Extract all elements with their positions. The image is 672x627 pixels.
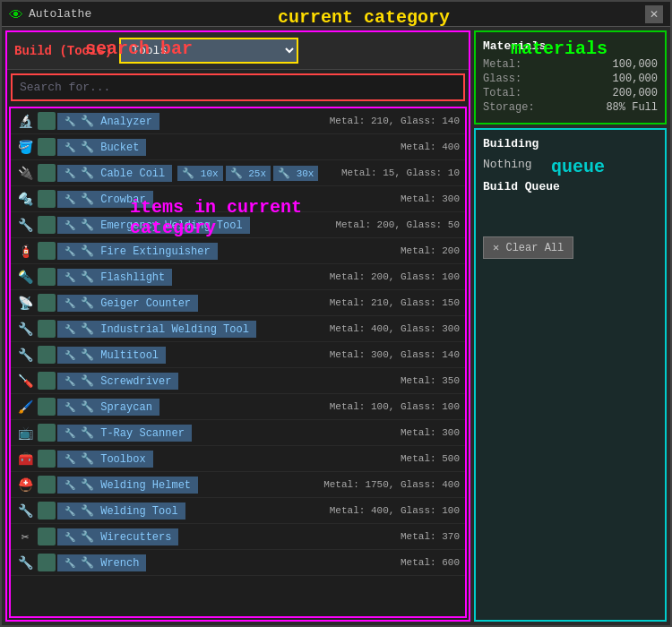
item-cost-tray-scanner: Metal: 300 (401, 427, 460, 438)
item-sprite-multitool (38, 346, 56, 364)
item-cost-multitool: Metal: 300, Glass: 140 (330, 349, 460, 360)
queue-title: Building (483, 137, 658, 150)
item-btn-fire-extinguisher[interactable]: 🔧 Fire Extinguisher (57, 243, 218, 260)
item-btn-geiger-counter[interactable]: 🔧 Geiger Counter (57, 295, 198, 312)
list-item-bucket[interactable]: 🪣🔧 BucketMetal: 400 (11, 134, 465, 160)
build-header: Build (Tools) Tools Weapons Ammo Medical… (7, 32, 469, 70)
item-sprite-bucket (38, 138, 56, 156)
item-btn-multitool[interactable]: 🔧 Multitool (57, 347, 166, 364)
right-panel: Materials Metal:100,000Glass:100,000Tota… (474, 30, 667, 622)
list-item-multitool[interactable]: 🔧🔧 MultitoolMetal: 300, Glass: 140 (11, 342, 465, 368)
app-icon: 👁 (9, 7, 23, 21)
list-item-cable-coil[interactable]: 🔌🔧 Cable Coil🔧 10x🔧 25x🔧 30xMetal: 15, G… (11, 160, 465, 186)
item-cost-bucket: Metal: 400 (401, 142, 460, 152)
item-sprite-wirecutters (38, 528, 56, 545)
list-item-fire-extinguisher[interactable]: 🧯🔧 Fire ExtinguisherMetal: 200 (11, 238, 465, 264)
mat-label: Metal: (483, 58, 521, 71)
item-sprite-tray-scanner (38, 424, 56, 442)
list-item-emergency-welding[interactable]: 🔧🔧 Emergency Welding ToolMetal: 200, Gla… (11, 212, 465, 238)
item-cost-toolbox: Metal: 500 (401, 453, 460, 464)
item-cost-crowbar: Metal: 300 (401, 193, 460, 204)
item-btn-spraycan[interactable]: 🔧 Spraycan (57, 399, 159, 416)
item-btn-welding-helmet[interactable]: 🔧 Welding Helmet (57, 477, 198, 494)
item-btn-tray-scanner[interactable]: 🔧 T-Ray Scanner (57, 425, 192, 442)
item-btn-cable-coil[interactable]: 🔧 Cable Coil (57, 165, 172, 182)
list-item-geiger-counter[interactable]: 📡🔧 Geiger CounterMetal: 210, Glass: 150 (11, 290, 465, 316)
list-item-flashlight[interactable]: 🔦🔧 FlashlightMetal: 200, Glass: 100 (11, 264, 465, 290)
list-item-screwdriver[interactable]: 🪛🔧 ScrewdriverMetal: 350 (11, 368, 465, 394)
item-cost-fire-extinguisher: Metal: 200 (401, 245, 460, 256)
item-icon-cable-coil: 🔌 (16, 164, 34, 182)
item-cost-wrench: Metal: 600 (401, 557, 460, 568)
item-sprite-fire-extinguisher (38, 242, 56, 260)
item-icon-toolbox: 🧰 (16, 450, 34, 468)
item-icon-crowbar: 🔩 (16, 190, 34, 208)
item-icon-wirecutters: ✂️ (16, 528, 34, 545)
item-cost-welding-helmet: Metal: 1750, Glass: 400 (323, 479, 460, 490)
item-sprite-welding-tool (38, 502, 56, 520)
mat-value: 88% Full (606, 101, 658, 114)
mat-value: 100,000 (613, 73, 658, 85)
item-btn-wrench[interactable]: 🔧 Wrench (57, 554, 146, 571)
item-sprite-analyzer (38, 112, 56, 130)
item-cost-wirecutters: Metal: 370 (401, 531, 460, 542)
item-btn-analyzer[interactable]: 🔧 Analyzer (57, 113, 159, 130)
item-icon-flashlight: 🔦 (16, 268, 34, 286)
close-button[interactable]: ✕ (645, 5, 663, 23)
queue-panel: Building Nothing Build Queue ✕ Clear All (474, 128, 667, 622)
item-cost-welding-tool: Metal: 400, Glass: 100 (330, 505, 460, 516)
item-icon-tray-scanner: 📺 (16, 424, 34, 442)
item-btn-toolbox[interactable]: 🔧 Toolbox (57, 451, 153, 468)
list-item-tray-scanner[interactable]: 📺🔧 T-Ray ScannerMetal: 300 (11, 420, 465, 446)
list-item-industrial-welding[interactable]: 🔧🔧 Industrial Welding ToolMetal: 400, Gl… (11, 316, 465, 342)
clear-all-button[interactable]: ✕ Clear All (483, 236, 573, 259)
item-btn-wirecutters[interactable]: 🔧 Wirecutters (57, 528, 178, 545)
item-cost-emergency-welding: Metal: 200, Glass: 50 (335, 219, 460, 230)
materials-panel: Materials Metal:100,000Glass:100,000Tota… (474, 30, 667, 125)
build-title: Build (Tools) (14, 44, 112, 58)
list-item-wirecutters[interactable]: ✂️🔧 WirecuttersMetal: 370 (11, 524, 465, 550)
multi-btn-cable-coil-10x[interactable]: 🔧 10x (177, 166, 222, 181)
item-btn-flashlight[interactable]: 🔧 Flashlight (57, 269, 172, 286)
item-sprite-geiger-counter (38, 294, 56, 312)
item-sprite-industrial-welding (38, 320, 56, 338)
item-cost-spraycan: Metal: 100, Glass: 100 (330, 401, 460, 412)
list-item-crowbar[interactable]: 🔩🔧 CrowbarMetal: 300 (11, 186, 465, 212)
mat-label: Total: (483, 87, 521, 99)
item-btn-emergency-welding[interactable]: 🔧 Emergency Welding Tool (57, 217, 250, 234)
list-item-toolbox[interactable]: 🧰🔧 ToolboxMetal: 500 (11, 446, 465, 472)
item-icon-fire-extinguisher: 🧯 (16, 242, 34, 260)
item-icon-geiger-counter: 📡 (16, 294, 34, 312)
mat-value: 200,000 (613, 87, 658, 99)
list-item-spraycan[interactable]: 🖌️🔧 SpraycanMetal: 100, Glass: 100 (11, 394, 465, 420)
item-icon-industrial-welding: 🔧 (16, 320, 34, 338)
mat-row: Metal:100,000 (483, 58, 658, 71)
item-icon-welding-tool: 🔧 (16, 502, 34, 520)
list-item-welding-tool[interactable]: 🔧🔧 Welding ToolMetal: 400, Glass: 100 (11, 498, 465, 524)
item-sprite-crowbar (38, 190, 56, 208)
item-btn-crowbar[interactable]: 🔧 Crowbar (57, 191, 153, 208)
category-select[interactable]: Tools Weapons Ammo Medical Engineering (119, 38, 298, 64)
item-btn-welding-tool[interactable]: 🔧 Welding Tool (57, 502, 185, 520)
item-sprite-welding-helmet (38, 476, 56, 494)
materials-title: Materials (483, 39, 658, 53)
list-item-welding-helmet[interactable]: ⛑️🔧 Welding HelmetMetal: 1750, Glass: 40… (11, 472, 465, 498)
multi-btn-cable-coil-30x[interactable]: 🔧 30x (273, 166, 318, 181)
item-icon-spraycan: 🖌️ (16, 398, 34, 416)
list-item-wrench[interactable]: 🔧🔧 WrenchMetal: 600 (11, 550, 465, 576)
mat-label: Glass: (483, 73, 521, 85)
item-sprite-flashlight (38, 268, 56, 286)
item-btn-screwdriver[interactable]: 🔧 Screwdriver (57, 373, 178, 390)
multi-btn-cable-coil-25x[interactable]: 🔧 25x (226, 166, 271, 181)
item-sprite-wrench (38, 554, 56, 571)
search-input[interactable] (11, 73, 465, 101)
item-cost-analyzer: Metal: 210, Glass: 140 (330, 116, 460, 126)
main-content: Build (Tools) Tools Weapons Ammo Medical… (2, 27, 670, 625)
build-queue-label: Build Queue (483, 180, 658, 193)
list-item-analyzer[interactable]: 🔬🔧 AnalyzerMetal: 210, Glass: 140 (11, 108, 465, 134)
item-cost-cable-coil: Metal: 15, Glass: 10 (341, 167, 460, 178)
mat-row: Glass:100,000 (483, 73, 658, 85)
item-sprite-emergency-welding (38, 216, 56, 234)
item-btn-industrial-welding[interactable]: 🔧 Industrial Welding Tool (57, 321, 256, 338)
item-btn-bucket[interactable]: 🔧 Bucket (57, 139, 146, 156)
